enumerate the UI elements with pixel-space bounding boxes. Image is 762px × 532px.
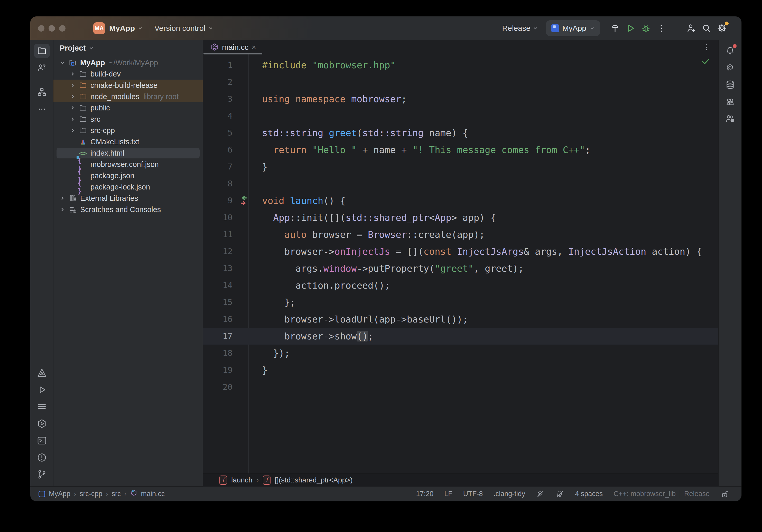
cmake-toolwindow-button[interactable] <box>34 366 50 380</box>
terminal-toolwindow-button[interactable] <box>34 433 50 448</box>
ai-assistant-button[interactable] <box>722 61 738 75</box>
code-line-18[interactable]: 18 }); <box>203 345 718 362</box>
code-text: browser->loadUrl(app->baseUrl()); <box>262 314 718 325</box>
code-line-10[interactable]: 10 App::init([](std::shared_ptr<App> app… <box>203 209 718 226</box>
code-line-5[interactable]: 5std::string greet(std::string name) { <box>203 124 718 141</box>
path-item-myapp[interactable]: MyApp <box>49 490 70 498</box>
code-line-12[interactable]: 12 browser->onInjectJs = [](const Inject… <box>203 243 718 260</box>
chevron-down-icon[interactable] <box>88 45 94 51</box>
code-line-19[interactable]: 19} <box>203 362 718 378</box>
collab-toolwindow-button[interactable] <box>34 61 50 75</box>
chevron-right-icon[interactable] <box>68 128 78 133</box>
services-toolwindow-button[interactable] <box>34 417 50 431</box>
settings-button[interactable] <box>714 21 729 36</box>
tree-item-package-lock-json[interactable]: { }package-lock.json <box>53 181 203 193</box>
statusbar-17-20[interactable]: 17:20 <box>416 490 434 498</box>
chevron-right-icon[interactable] <box>68 94 78 100</box>
close-tab-icon[interactable]: × <box>252 43 256 52</box>
chevron-right-icon[interactable] <box>68 105 78 111</box>
vcs-toolwindow-button[interactable] <box>34 467 50 482</box>
code-line-6[interactable]: 6 return "Hello " + name + "! This messa… <box>203 141 718 158</box>
structure-toolwindow-button[interactable] <box>34 85 50 100</box>
build-button[interactable] <box>607 21 623 36</box>
tree-item-index-html[interactable]: <>index.html <box>53 147 203 159</box>
more-toolwindows-button[interactable] <box>34 102 50 116</box>
tree-item-public[interactable]: public <box>53 102 203 113</box>
code-line-1[interactable]: 1#include "mobrowser.hpp" <box>203 56 718 73</box>
breadcrumb-item[interactable]: launch <box>231 476 253 484</box>
statusbar-release[interactable]: Release <box>684 490 710 498</box>
tree-item-cmakelists-txt[interactable]: CMakeLists.txt <box>53 136 203 147</box>
chevron-right-icon[interactable] <box>57 207 67 212</box>
statusbar-4-spaces[interactable]: 4 spaces <box>575 490 603 498</box>
line-number: 10 <box>203 213 233 222</box>
statusbar-lf[interactable]: LF <box>444 490 452 498</box>
project-toolwindow-button[interactable] <box>34 44 50 58</box>
path-item-src-cpp[interactable]: src-cpp <box>80 490 103 498</box>
tree-item-external-libraries[interactable]: External Libraries <box>53 193 203 204</box>
code-line-20[interactable]: 20 <box>203 378 718 395</box>
problems-toolwindow-button[interactable] <box>34 450 50 465</box>
statusbar-c-mobrowser-lib[interactable]: C++: mobrowser_lib <box>614 490 676 498</box>
database-button[interactable] <box>722 78 738 92</box>
tree-item-node-modules[interactable]: node_moduleslibrary root <box>53 91 203 102</box>
chevron-right-icon[interactable] <box>68 116 78 122</box>
code-with-me-button[interactable] <box>683 21 699 36</box>
gradle-button[interactable] <box>722 95 738 109</box>
statusbar--clang-tidy[interactable]: .clang-tidy <box>494 490 525 498</box>
more-actions-button[interactable] <box>653 21 669 36</box>
code-with-me-button[interactable] <box>722 111 738 126</box>
minimize-window-button[interactable] <box>48 25 55 32</box>
search-icon <box>701 23 712 33</box>
statusbar-breadcrumb[interactable]: MyApp›src-cpp›src›main.cc <box>38 489 165 499</box>
chevron-right-icon[interactable] <box>68 71 78 77</box>
code-editor[interactable]: 1#include "mobrowser.hpp"23using namespa… <box>203 54 718 473</box>
run-configuration-selector[interactable]: MyApp <box>546 20 600 36</box>
code-line-14[interactable]: 14 action.proceed(); <box>203 277 718 294</box>
run-button[interactable] <box>623 21 638 36</box>
code-line-7[interactable]: 7} <box>203 158 718 175</box>
ai-assistant-off-icon[interactable] <box>556 490 564 499</box>
tree-item-src-cpp[interactable]: src-cpp <box>53 125 203 136</box>
statusbar-utf-8[interactable]: UTF-8 <box>463 490 483 498</box>
build-type-selector[interactable]: Release <box>502 24 538 33</box>
zoom-window-button[interactable] <box>59 25 65 32</box>
run-toolwindow-button[interactable] <box>34 382 50 397</box>
code-line-17[interactable]: 17 browser->show(); <box>203 328 718 345</box>
tree-item-mobrowser-conf-json[interactable]: { }mobrowser.conf.json <box>53 159 203 170</box>
debug-button[interactable] <box>638 21 653 36</box>
function-badge-icon: f <box>219 476 227 485</box>
unlocked-icon[interactable] <box>721 490 729 499</box>
tree-item-package-json[interactable]: { }package.json <box>53 170 203 181</box>
code-line-9[interactable]: 9void launch() { <box>203 192 718 209</box>
code-line-15[interactable]: 15 }; <box>203 294 718 311</box>
chevron-right-icon[interactable] <box>57 195 67 201</box>
chevron-right-icon[interactable] <box>68 82 78 88</box>
notifications-button[interactable] <box>722 44 738 58</box>
code-line-11[interactable]: 11 auto browser = Browser::create(app); <box>203 226 718 243</box>
version-control-menu[interactable]: Version control <box>154 24 213 33</box>
breadcrumb-item[interactable]: [](std::shared_ptr<App>) <box>275 476 353 484</box>
code-line-16[interactable]: 16 browser->loadUrl(app->baseUrl()); <box>203 311 718 328</box>
editor-options-button[interactable] <box>702 43 711 53</box>
project-menu[interactable]: MyApp <box>109 24 143 33</box>
code-line-4[interactable]: 4 <box>203 107 718 124</box>
tree-item-scratches-and-consoles[interactable]: Scratches and Consoles <box>53 204 203 215</box>
build-toolwindow-button[interactable] <box>34 400 50 414</box>
path-item-src[interactable]: src <box>112 490 121 498</box>
chevron-down-icon[interactable] <box>57 60 67 65</box>
code-line-3[interactable]: 3using namespace mobrowser; <box>203 90 718 107</box>
tree-item-cmake-build-release[interactable]: cmake-build-release <box>53 80 203 91</box>
highlighting-off-icon[interactable] <box>536 490 545 499</box>
tree-item-myapp[interactable]: MyApp~/Work/MyApp <box>53 57 203 68</box>
tree-item-src[interactable]: src <box>53 113 203 125</box>
tab-main-cc[interactable]: main.cc × <box>203 40 263 54</box>
gutter-nav-arrows-icon[interactable] <box>237 194 251 210</box>
close-window-button[interactable] <box>38 25 44 32</box>
code-line-2[interactable]: 2 <box>203 73 718 90</box>
search-everywhere-button[interactable] <box>699 21 714 36</box>
path-item-main-cc[interactable]: main.cc <box>141 490 165 498</box>
code-line-13[interactable]: 13 args.window->putProperty("greet", gre… <box>203 260 718 277</box>
tree-item-build-dev[interactable]: build-dev <box>53 68 203 80</box>
code-line-8[interactable]: 8 <box>203 175 718 192</box>
